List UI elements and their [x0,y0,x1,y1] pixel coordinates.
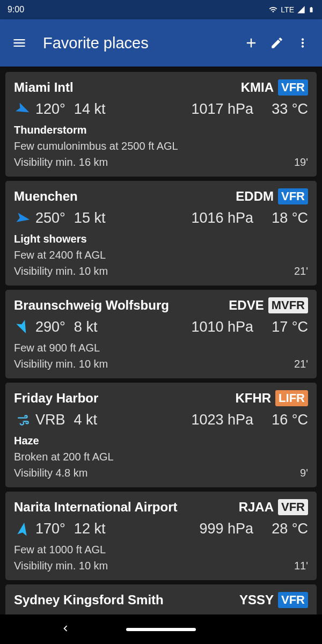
wind-speed: 14 kt [74,101,106,118]
wind-direction: 290° [35,319,65,335]
icao-code: EDDM [236,189,274,204]
place-card[interactable]: Muenchen EDDM VFR 250° 15 kt 1016 hPa 18… [5,181,317,286]
icao-code: YSSY [239,592,274,608]
add-icon[interactable] [238,30,264,56]
more-icon[interactable] [290,30,316,56]
app-bar: Favorite places [0,19,322,67]
wind-direction: VRB [35,412,65,428]
temperature: 33 °C [265,101,308,118]
flight-rules-badge: VFR [278,592,308,608]
flight-rules-badge: VFR [278,79,308,96]
icao-code: KMIA [241,80,274,95]
weather-phenomenon: Thunderstorm [14,122,308,138]
status-bar: 9:00 LTE [0,0,322,19]
visibility-text: Visibility min. 10 km [14,356,108,372]
network-label: LTE [281,5,294,14]
place-name: Friday Harbor [14,391,235,406]
icao-code: EDVE [229,298,264,313]
wind-direction: 250° [35,210,65,226]
weather-phenomenon: Light showers [14,231,308,247]
wind-speed: 4 kt [74,412,98,428]
temperature: 28 °C [265,521,308,537]
visibility-text: Visibility 4.8 km [14,465,87,481]
pressure: 999 hPa [199,521,253,537]
wind-icon [14,413,32,427]
temperature: 16 °C [265,412,308,428]
page-title: Favorite places [43,34,238,52]
wind-speed: 8 kt [74,319,98,335]
back-icon[interactable] [60,623,71,636]
signal-icon [296,5,306,14]
wind-speed: 15 kt [74,210,106,226]
wifi-icon [268,5,279,14]
nav-bar [0,614,322,644]
place-name: Narita International Airport [14,500,239,515]
status-icons: LTE [268,4,314,15]
flight-rules-badge: MVFR [268,297,308,313]
clouds-text: Few cumulonimbus at 2500 ft AGL [14,138,308,154]
home-handle[interactable] [126,628,196,631]
age-text: 21' [294,356,308,372]
age-text: 21' [294,263,308,279]
places-list[interactable]: Miami Intl KMIA VFR 120° 14 kt 1017 hPa … [0,67,322,619]
clouds-text: Few at 900 ft AGL [14,340,308,356]
pressure: 1016 hPa [191,210,253,226]
flight-rules-badge: LIFR [275,390,308,406]
weather-phenomenon: Haze [14,433,308,449]
clouds-text: Broken at 200 ft AGL [14,449,308,465]
visibility-text: Visibility min. 10 km [14,263,108,279]
place-card[interactable]: Braunschweig Wolfsburg EDVE MVFR 290° 8 … [5,290,317,378]
place-card[interactable]: Friday Harbor KFHR LIFR VRB 4 kt 1023 hP… [5,383,317,487]
pressure: 1017 hPa [191,101,253,118]
place-card[interactable]: Miami Intl KMIA VFR 120° 14 kt 1017 hPa … [5,72,317,177]
wind-icon [14,521,32,537]
age-text: 19' [294,154,308,170]
visibility-text: Visibility min. 16 km [14,154,108,170]
flight-rules-badge: VFR [278,499,308,515]
edit-icon[interactable] [264,30,290,56]
clouds-text: Few at 1000 ft AGL [14,541,308,558]
temperature: 18 °C [265,210,308,226]
flight-rules-badge: VFR [278,188,308,204]
place-name: Sydney Kingsford Smith [14,592,239,608]
place-card[interactable]: Narita International Airport RJAA VFR 17… [5,492,317,580]
clouds-text: Few at 2400 ft AGL [14,247,308,263]
temperature: 17 °C [265,319,308,335]
status-time: 9:00 [8,5,24,14]
place-name: Muenchen [14,189,236,204]
battery-icon [308,4,314,15]
place-card[interactable]: Sydney Kingsford Smith YSSY VFR [5,584,317,619]
pressure: 1010 hPa [191,319,253,335]
place-name: Braunschweig Wolfsburg [14,298,229,313]
wind-direction: 170° [35,521,65,537]
menu-icon[interactable] [6,30,32,56]
pressure: 1023 hPa [191,412,253,428]
place-name: Miami Intl [14,80,241,95]
icao-code: RJAA [239,500,274,515]
age-text: 11' [294,558,308,574]
wind-icon [14,210,32,226]
icao-code: KFHR [235,391,271,406]
visibility-text: Visibility min. 10 km [14,558,108,574]
wind-direction: 120° [35,101,65,118]
wind-icon [14,319,32,335]
age-text: 9' [300,465,308,481]
wind-speed: 12 kt [74,521,106,537]
wind-icon [14,101,32,118]
